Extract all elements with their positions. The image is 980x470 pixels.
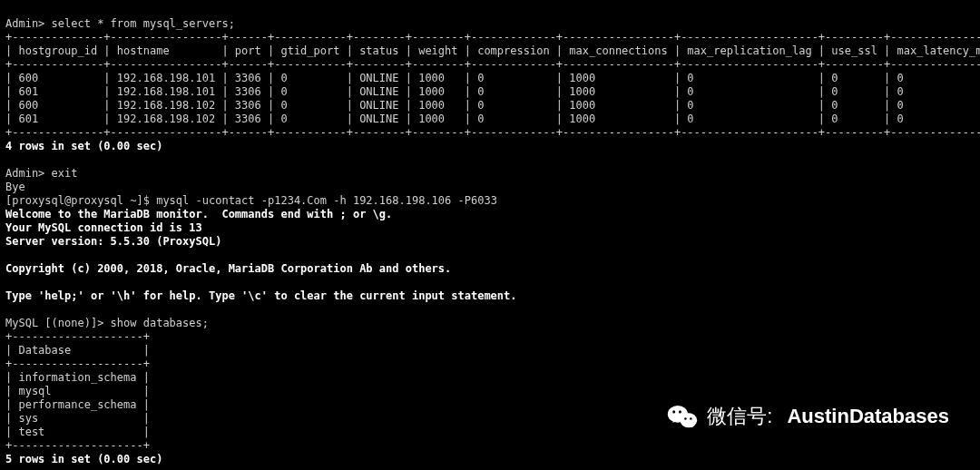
db-row-0: | information_schema | xyxy=(5,371,150,384)
mysql-prompt[interactable]: MySQL [(none)]> xyxy=(5,317,111,329)
servers-border-bot: +--------------+-----------------+------… xyxy=(5,126,980,139)
svg-point-4 xyxy=(684,417,687,420)
db-border-top: +--------------------+ xyxy=(5,330,150,343)
servers-header: | hostgroup_id | hostname | port | gtid_… xyxy=(5,44,980,57)
svg-point-2 xyxy=(679,410,681,413)
svg-point-5 xyxy=(690,417,692,420)
banner-0: Welcome to the MariaDB monitor. Commands… xyxy=(5,208,392,220)
svg-point-3 xyxy=(681,413,698,427)
servers-row-0: | 600 | 192.168.198.101 | 3306 | 0 | ONL… xyxy=(5,72,980,84)
db-row-1: | mysql | xyxy=(5,385,150,397)
svg-point-1 xyxy=(672,410,675,413)
db-row-2: | performance_schema | xyxy=(5,398,150,411)
servers-row-3: | 601 | 192.168.198.102 | 3306 | 0 | ONL… xyxy=(5,113,980,125)
watermark-label: 微信号: xyxy=(707,404,778,429)
bye: Bye xyxy=(5,181,25,193)
db-summary: 5 rows in set (0.00 sec) xyxy=(5,453,162,465)
banner-6: Type 'help;' or '\h' for help. Type '\c'… xyxy=(5,289,517,302)
db-header: | Database | xyxy=(5,344,150,357)
servers-summary: 4 rows in set (0.00 sec) xyxy=(5,140,162,152)
watermark: 微信号: AustinDatabases xyxy=(667,403,949,430)
banner-4: Copyright (c) 2000, 2018, Oracle, MariaD… xyxy=(5,262,451,275)
admin-prompt[interactable]: Admin> xyxy=(5,17,52,30)
db-border-mid: +--------------------+ xyxy=(5,357,150,370)
watermark-value: AustinDatabases xyxy=(787,404,949,429)
admin-prompt-2[interactable]: Admin> xyxy=(5,167,52,180)
db-border-bot: +--------------------+ xyxy=(5,439,150,452)
terminal-output: Admin> select * from mysql_servers; +---… xyxy=(0,0,980,470)
shell-prompt[interactable]: [proxysql@proxysql ~]$ xyxy=(5,194,156,207)
cmd-select[interactable]: select * from mysql_servers; xyxy=(52,17,235,30)
banner-1: Your MySQL connection id is 13 xyxy=(5,221,202,234)
cmd-exit[interactable]: exit xyxy=(52,167,78,180)
servers-border-mid: +--------------+-----------------+------… xyxy=(5,58,980,71)
servers-row-2: | 600 | 192.168.198.102 | 3306 | 0 | ONL… xyxy=(5,99,980,112)
db-row-4: | test | xyxy=(5,426,150,438)
db-row-3: | sys | xyxy=(5,412,150,425)
wechat-icon xyxy=(667,403,698,430)
shell-cmd[interactable]: mysql -ucontact -p1234.Com -h 192.168.19… xyxy=(156,194,497,207)
servers-border-top: +--------------+-----------------+------… xyxy=(5,31,980,44)
servers-row-1: | 601 | 192.168.198.101 | 3306 | 0 | ONL… xyxy=(5,85,980,98)
banner-2: Server version: 5.5.30 (ProxySQL) xyxy=(5,235,221,248)
cmd-show-db[interactable]: show databases; xyxy=(111,317,209,329)
